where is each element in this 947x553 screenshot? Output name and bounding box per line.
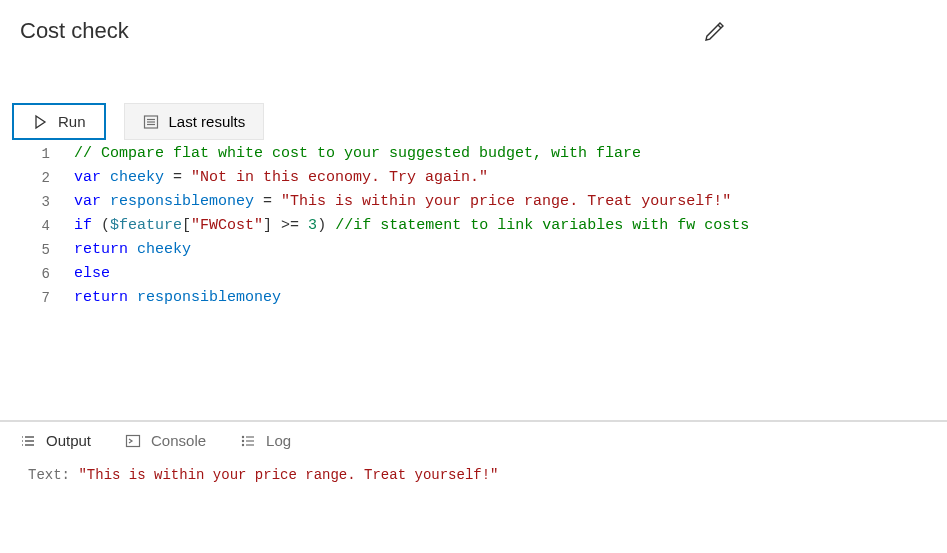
toolbar: Run Last results (12, 103, 947, 140)
line-number: 1 (34, 142, 74, 166)
tab-console[interactable]: Console (125, 432, 206, 449)
line-number: 5 (34, 238, 74, 262)
svg-point-14 (242, 440, 243, 441)
code-line: 2 var cheeky = "Not in this economy. Try… (34, 166, 947, 190)
console-icon (125, 433, 141, 449)
results-icon (143, 114, 159, 130)
line-number: 2 (34, 166, 74, 190)
output-value: "This is within your price range. Treat … (78, 467, 498, 483)
tab-log[interactable]: Log (240, 432, 291, 449)
last-results-button[interactable]: Last results (124, 103, 265, 140)
tab-output-label: Output (46, 432, 91, 449)
last-results-label: Last results (169, 113, 246, 130)
line-number: 4 (34, 214, 74, 238)
code-line: 4 if ($feature["FWCost"] >= 3) //if stat… (34, 214, 947, 238)
line-number: 7 (34, 286, 74, 310)
code-line: 6 else (34, 262, 947, 286)
code-line: 3 var responsiblemoney = "This is within… (34, 190, 947, 214)
svg-point-12 (242, 436, 243, 437)
code-line: 1 // Compare flat white cost to your sug… (34, 142, 947, 166)
output-label: Text: (28, 467, 78, 483)
run-button-label: Run (58, 113, 86, 130)
output-icon (20, 433, 36, 449)
tab-console-label: Console (151, 432, 206, 449)
line-number: 3 (34, 190, 74, 214)
play-icon (32, 114, 48, 130)
tab-output[interactable]: Output (20, 432, 91, 449)
line-number: 6 (34, 262, 74, 286)
svg-point-16 (242, 444, 243, 445)
code-editor[interactable]: 1 // Compare flat white cost to your sug… (0, 140, 947, 420)
page-title: Cost check (20, 18, 129, 44)
output-panel: Text: "This is within your price range. … (0, 459, 947, 491)
output-tab-bar: Output Console Log (0, 420, 947, 459)
code-line: 7 return responsiblemoney (34, 286, 947, 310)
run-button[interactable]: Run (12, 103, 106, 140)
header: Cost check (0, 0, 947, 63)
svg-marker-0 (36, 116, 45, 128)
tab-log-label: Log (266, 432, 291, 449)
code-line: 5 return cheeky (34, 238, 947, 262)
log-icon (240, 433, 256, 449)
pencil-icon[interactable] (703, 19, 727, 43)
